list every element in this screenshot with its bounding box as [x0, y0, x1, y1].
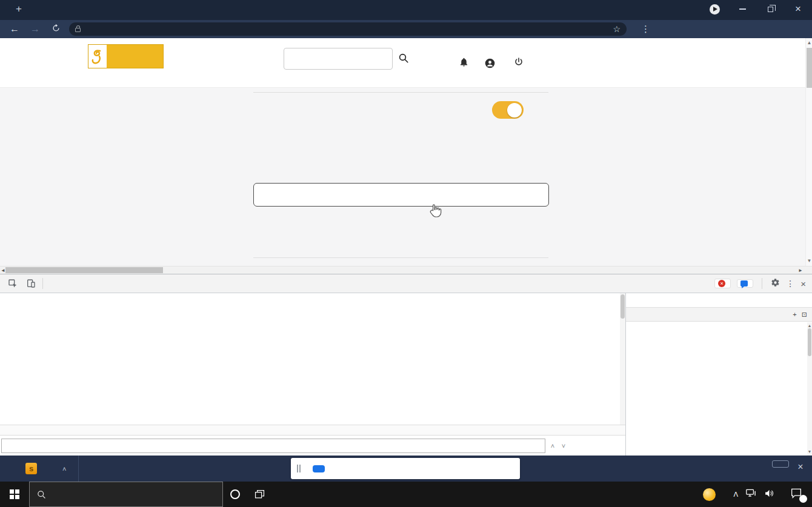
window-controls: ×	[701, 0, 812, 18]
weather-widget[interactable]	[703, 488, 725, 501]
style-rules	[626, 322, 812, 456]
new-tab-button[interactable]: +	[11, 1, 27, 17]
lock-icon[interactable]	[75, 28, 81, 32]
site-page: ▲ ▼ ◄ ►	[0, 38, 812, 274]
browser-menu-icon[interactable]: ⋮	[639, 24, 653, 35]
panel-layout-icon[interactable]: ⊡	[802, 311, 807, 319]
restore-button[interactable]	[756, 0, 784, 18]
divider	[253, 92, 548, 93]
devtools-settings-gear-icon[interactable]	[771, 278, 780, 290]
taskbar-search[interactable]	[29, 482, 223, 507]
bookmark-star-icon[interactable]: ☆	[613, 24, 621, 34]
back-icon[interactable]: ←	[7, 24, 22, 35]
styles-scrollbar[interactable]	[807, 322, 812, 456]
find-next-icon[interactable]: ˅	[559, 440, 568, 452]
page-horizontal-scrollbar[interactable]: ◄ ►	[0, 266, 812, 274]
close-window-button[interactable]: ×	[784, 0, 812, 18]
minimize-button[interactable]	[728, 0, 756, 18]
timer-toggle[interactable]	[492, 101, 524, 119]
reload-icon[interactable]	[48, 24, 63, 35]
screen-share-banner	[291, 458, 520, 479]
search-icon[interactable]	[398, 53, 409, 65]
devtools-toolbar: × ⋮ ×	[0, 274, 812, 293]
tab-list	[0, 0, 6, 20]
site-nav	[427, 38, 524, 88]
vertical-scroll-thumb[interactable]	[807, 48, 812, 88]
forward-icon[interactable]: →	[28, 24, 42, 35]
divider	[253, 257, 548, 258]
tray-expand-icon[interactable]: ᐱ	[733, 491, 738, 499]
scroll-right-icon[interactable]: ►	[797, 267, 804, 274]
browser-toolbar: ← → ☆ ⋮	[0, 20, 812, 38]
find-nav: ˄ ˅	[548, 440, 568, 452]
action-center-icon[interactable]	[790, 488, 805, 501]
cortana-icon[interactable]	[223, 482, 247, 507]
srilance-logo[interactable]	[88, 44, 164, 68]
devtools-find-bar: ˄ ˅	[0, 435, 625, 456]
logout-power-icon[interactable]	[514, 57, 524, 69]
error-count-badge[interactable]: ×	[714, 279, 731, 288]
scroll-down-icon[interactable]: ▼	[806, 257, 812, 265]
notification-count-badge	[799, 495, 807, 503]
task-view-icon[interactable]	[247, 482, 271, 507]
drag-grip-icon[interactable]	[297, 465, 301, 472]
devtools-menu-icon[interactable]: ⋮	[786, 279, 794, 288]
site-header	[0, 38, 805, 88]
task-input[interactable]	[253, 183, 549, 207]
volume-icon[interactable]	[764, 489, 774, 500]
stop-sharing-button[interactable]	[313, 465, 325, 472]
show-all-downloads-button[interactable]	[772, 460, 789, 468]
media-controls-icon[interactable]	[701, 0, 728, 18]
devtools: × ⋮ × ˄ ˅	[0, 274, 812, 456]
device-toolbar-icon[interactable]	[22, 274, 40, 293]
weather-haze-icon	[703, 488, 716, 501]
download-item[interactable]: s ˄	[0, 456, 78, 482]
system-tray: ᐱ	[703, 488, 812, 501]
page-vertical-scrollbar[interactable]: ▲ ▼	[805, 38, 812, 266]
horizontal-scroll-thumb[interactable]	[5, 267, 163, 273]
dom-breadcrumb[interactable]	[0, 425, 625, 435]
screen: + × ← → ☆ ⋮	[0, 0, 812, 507]
taskbar: ᐱ	[0, 482, 812, 507]
message-count-badge[interactable]	[737, 279, 753, 288]
notifications-bell-icon[interactable]	[459, 57, 469, 70]
find-input[interactable]	[1, 439, 545, 453]
cursor-hand-icon	[429, 203, 442, 220]
taskbar-search-icon	[37, 490, 46, 499]
devtools-close-icon[interactable]: ×	[800, 279, 806, 289]
styles-sidebar-tabs	[626, 293, 812, 308]
download-bar: s ˄ ×	[0, 456, 812, 482]
find-previous-icon[interactable]: ˄	[548, 440, 557, 452]
inspect-element-icon[interactable]	[4, 274, 22, 293]
browser-tabstrip: + ×	[0, 0, 812, 20]
styles-scroll-up-icon[interactable]: ▲	[807, 323, 812, 328]
new-style-rule-icon[interactable]: +	[793, 311, 796, 318]
devtools-toolbar-right: × ⋮ ×	[714, 278, 808, 290]
styles-panel: + ⊡ ▲ ▼	[625, 293, 812, 456]
download-bar-close-icon[interactable]: ×	[794, 462, 807, 472]
download-chevron-icon[interactable]: ˄	[62, 465, 66, 472]
styles-scroll-down-icon[interactable]: ▼	[807, 449, 812, 454]
elements-panel: ˄ ˅	[0, 293, 625, 456]
dom-tree	[0, 293, 625, 425]
elements-scrollbar[interactable]	[620, 293, 625, 425]
scroll-up-icon[interactable]: ▲	[806, 39, 812, 47]
user-avatar-icon	[485, 58, 495, 68]
php-file-icon: s	[25, 463, 37, 474]
user-menu[interactable]	[485, 58, 498, 68]
logo-text	[107, 45, 163, 68]
styles-filter-bar: + ⊡	[626, 308, 812, 322]
site-search-input[interactable]	[284, 48, 393, 70]
download-separator	[78, 456, 79, 482]
network-icon[interactable]	[746, 489, 756, 500]
windows-logo-icon	[10, 489, 19, 499]
srilance-logo-glyph-icon	[88, 45, 107, 68]
start-button[interactable]	[0, 482, 29, 507]
address-bar[interactable]: ☆	[69, 22, 627, 36]
